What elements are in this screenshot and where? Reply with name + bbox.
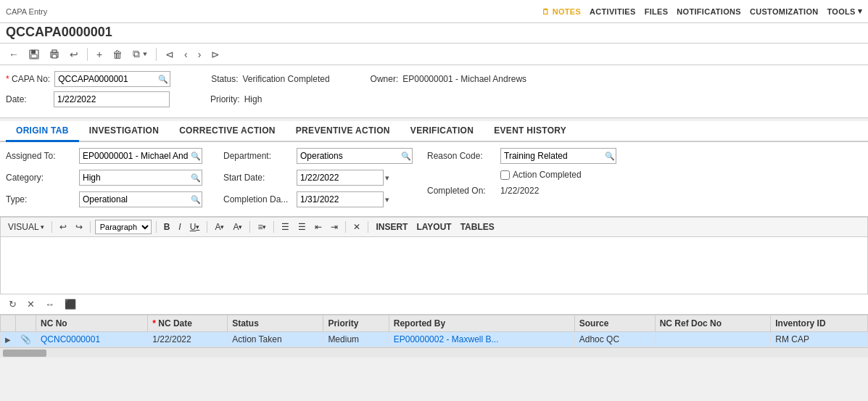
tab-corrective[interactable]: CORRECTIVE ACTION: [169, 121, 286, 142]
toolbar-sep-1: [87, 48, 88, 61]
col-source-header: Source: [574, 315, 655, 332]
reason-code-search-icon[interactable]: 🔍: [605, 152, 615, 161]
row-nc-ref-doc-cell: [655, 332, 771, 347]
rte-paragraph-select[interactable]: Paragraph: [95, 220, 152, 234]
fit-btn[interactable]: ↔: [42, 297, 57, 311]
rte-outdent-btn[interactable]: ⇤: [312, 221, 325, 233]
tab-investigation[interactable]: INVESTIGATION: [79, 121, 169, 142]
department-search-icon[interactable]: 🔍: [401, 152, 411, 161]
priority-label: Priority:: [210, 94, 240, 104]
save-button[interactable]: [26, 48, 42, 61]
col-status-header: Status: [228, 315, 323, 332]
capa-no-label: CAPA No:: [6, 74, 50, 84]
first-button[interactable]: ⊲: [162, 47, 177, 62]
priority-value: High: [244, 94, 263, 104]
assigned-to-input[interactable]: [79, 148, 202, 164]
attachment-icon[interactable]: 📎: [20, 334, 31, 344]
last-button[interactable]: ⊳: [208, 47, 223, 62]
tab-verification[interactable]: VERIFICATION: [400, 121, 484, 142]
col-nc-date-header: NC Date: [148, 315, 228, 332]
top-nav: 🗒 NOTES ACTIVITIES FILES NOTIFICATIONS C…: [542, 7, 862, 16]
nav-files[interactable]: FILES: [645, 7, 669, 16]
rte-italic-btn[interactable]: I: [175, 221, 183, 233]
back-button[interactable]: ←: [6, 47, 22, 62]
nav-customization[interactable]: CUSTOMIZATION: [750, 7, 819, 16]
rte-sep-4: [207, 221, 207, 233]
rte-bold-btn[interactable]: B: [161, 221, 173, 233]
rte-layout-btn[interactable]: LAYOUT: [413, 221, 454, 233]
cancel-btn[interactable]: ✕: [24, 297, 38, 311]
export-btn[interactable]: ⬛: [62, 297, 79, 311]
rte-insert-btn[interactable]: INSERT: [373, 221, 410, 233]
rte-redo-btn[interactable]: ↪: [73, 221, 86, 233]
toolbar-sep-2: [156, 48, 157, 61]
refresh-btn[interactable]: ↻: [6, 297, 20, 311]
nc-no-link[interactable]: QCNC0000001: [41, 334, 100, 344]
category-input[interactable]: [79, 170, 202, 186]
undo-button[interactable]: ↩: [67, 47, 81, 62]
date-input[interactable]: [54, 91, 170, 107]
row-expand-icon[interactable]: ▶: [5, 336, 11, 344]
department-input[interactable]: [297, 148, 413, 164]
reason-code-field: Reason Code: 🔍: [427, 148, 616, 164]
reported-by-link[interactable]: EP00000002 - Maxwell B...: [394, 334, 499, 344]
nav-activities[interactable]: ACTIVITIES: [590, 7, 636, 16]
completion-date-label: Completion Da...: [223, 194, 292, 204]
category-search-icon[interactable]: 🔍: [191, 173, 201, 183]
reason-code-input[interactable]: [500, 148, 616, 164]
tab-origin[interactable]: ORIGIN TAB: [6, 121, 79, 142]
assigned-to-search-icon[interactable]: 🔍: [191, 152, 201, 161]
date-group: Date:: [6, 91, 170, 107]
rte-font-color-btn[interactable]: A ▾: [212, 221, 227, 233]
rte-align-btn[interactable]: ≡ ▾: [255, 221, 269, 233]
nav-notes[interactable]: 🗒 NOTES: [542, 7, 581, 16]
rte-underline-btn[interactable]: U ▾: [187, 221, 203, 233]
hscroll-bar[interactable]: [0, 347, 868, 357]
rte-ul-btn[interactable]: ☰: [278, 221, 292, 233]
nav-tools[interactable]: TOOLS ▾: [827, 7, 862, 16]
type-wrapper: 🔍: [79, 191, 202, 207]
next-button[interactable]: ›: [195, 47, 204, 62]
print-button[interactable]: [46, 48, 62, 61]
completion-date-dropdown-icon[interactable]: ▾: [385, 195, 389, 204]
department-field: Department: 🔍: [223, 148, 413, 164]
start-date-dropdown-icon[interactable]: ▾: [385, 173, 389, 183]
type-search-icon[interactable]: 🔍: [191, 195, 201, 204]
delete-button[interactable]: 🗑: [109, 47, 125, 62]
col-inventory-id-header: Inventory ID: [771, 315, 868, 332]
tab-preventive[interactable]: PREVENTIVE ACTION: [286, 121, 400, 142]
prev-button[interactable]: ‹: [181, 47, 191, 62]
row-status-cell: Action Taken: [228, 332, 323, 347]
notes-icon: 🗒: [542, 7, 550, 16]
col-priority-header: Priority: [323, 315, 389, 332]
start-date-input[interactable]: [297, 170, 384, 186]
completion-date-input[interactable]: [297, 191, 384, 207]
action-completed-checkbox[interactable]: [500, 170, 510, 180]
rte-clear-btn[interactable]: ✕: [350, 221, 363, 233]
rte-tables-btn[interactable]: TABLES: [458, 221, 497, 233]
capa-no-search-icon[interactable]: 🔍: [158, 75, 168, 84]
rte-ol-btn[interactable]: ☰: [295, 221, 309, 233]
breadcrumb: CAPA Entry: [6, 7, 47, 16]
owner-label: Owner:: [371, 74, 399, 84]
type-input[interactable]: [79, 191, 202, 207]
completed-on-value: 1/22/2022: [500, 186, 539, 196]
add-button[interactable]: +: [94, 47, 105, 62]
rte-indent-btn[interactable]: ⇥: [328, 221, 341, 233]
nc-table: NC No NC Date Status Priority Reported B…: [0, 315, 868, 347]
tab-event-history[interactable]: EVENT HISTORY: [484, 121, 576, 142]
rte-undo-btn[interactable]: ↩: [57, 221, 70, 233]
nav-notifications[interactable]: NOTIFICATIONS: [677, 7, 741, 16]
capa-no-input[interactable]: [54, 71, 170, 87]
svg-rect-5: [52, 54, 57, 58]
assigned-to-field: Assigned To: 🔍: [6, 148, 209, 164]
copy-button[interactable]: ⧉ ▾: [130, 46, 150, 62]
hscroll-thumb[interactable]: [3, 350, 46, 357]
rte-visual-btn[interactable]: VISUAL ▾: [5, 221, 47, 233]
owner-group: Owner: EP00000001 - Michael Andrews: [371, 74, 526, 84]
page-title: QCCAPA0000001: [6, 25, 862, 40]
rte-highlight-btn[interactable]: A ▾: [230, 221, 245, 233]
col-attach-header: [16, 315, 36, 332]
rte-content-area[interactable]: [0, 236, 868, 294]
svg-rect-1: [31, 50, 36, 54]
